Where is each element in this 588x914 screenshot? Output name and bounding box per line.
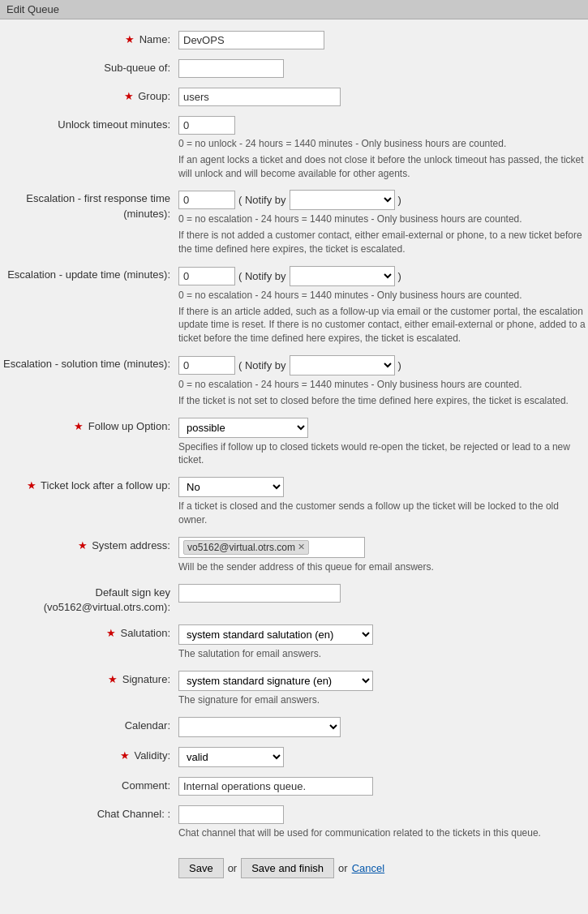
chatchannel-row: Chat Channel: : Chat channel that will b…	[0, 802, 588, 842]
sysaddress-row: ★ System address: vo5162@virtual.otrs.co…	[0, 534, 588, 576]
signature-label: ★ Signature:	[0, 669, 178, 687]
salutation-label: ★ Salutation:	[0, 623, 178, 641]
escalation-update-label: Escalation - update time (minutes):	[0, 264, 178, 282]
escalation-first-row: Escalation - first response time (minute…	[0, 187, 588, 257]
validity-select[interactable]: valid invalid	[178, 747, 284, 767]
group-label: ★ Group:	[0, 86, 178, 104]
unlock-label: Unlock timeout minutes:	[0, 114, 178, 132]
followup-label: ★ Follow up Option:	[0, 416, 178, 434]
validity-label: ★ Validity:	[0, 745, 178, 763]
subqueue-label: Sub-queue of:	[0, 58, 178, 75]
or2-text: or	[338, 862, 348, 874]
escalation-solution-field: ( Notify by ) 0 = no escalation - 24 hou…	[178, 354, 588, 408]
cancel-button[interactable]: Cancel	[352, 862, 384, 874]
escalation-solution-close: )	[398, 359, 401, 371]
escalation-first-close: )	[398, 194, 401, 206]
calendar-row: Calendar:	[0, 714, 588, 739]
followup-field: possible reject new ticket Specifies if …	[178, 416, 588, 468]
signkey-field	[178, 582, 588, 603]
calendar-label: Calendar:	[0, 715, 178, 733]
ticketlock-field: No Yes If a ticket is closed and the cus…	[178, 475, 588, 527]
ticketlock-required-star: ★	[27, 479, 36, 491]
escalation-first-hint1: 0 = no escalation - 24 hours = 1440 minu…	[178, 212, 588, 226]
escalation-solution-inputs: ( Notify by )	[178, 355, 588, 375]
signature-row: ★ Signature: system standard signature (…	[0, 667, 588, 709]
escalation-update-hint1: 0 = no escalation - 24 hours = 1440 minu…	[178, 289, 588, 303]
escalation-update-notify-label: ( Notify by	[238, 270, 286, 282]
name-field	[178, 29, 588, 49]
signkey-row: Default sign key (vo5162@virtual.otrs.co…	[0, 581, 588, 616]
group-field	[178, 86, 588, 106]
escalation-first-inputs: ( Notify by )	[178, 190, 588, 210]
escalation-solution-row: Escalation - solution time (minutes): ( …	[0, 352, 588, 410]
escalation-update-close: )	[398, 270, 401, 282]
group-row: ★ Group:	[0, 84, 588, 108]
salutation-field: system standard salutation (en) The salu…	[178, 623, 588, 661]
group-required-star: ★	[124, 90, 134, 102]
name-label: ★ Name:	[0, 29, 178, 47]
unlock-row: Unlock timeout minutes: 0 = no unlock - …	[0, 113, 588, 182]
sysaddress-value: vo5162@virtual.otrs.com	[187, 542, 295, 553]
followup-required-star: ★	[74, 420, 84, 432]
salutation-row: ★ Salutation: system standard salutation…	[0, 621, 588, 663]
followup-select[interactable]: possible reject new ticket	[178, 418, 308, 438]
escalation-first-notify-label: ( Notify by	[238, 194, 286, 206]
required-star: ★	[125, 33, 135, 45]
chatchannel-hint: Chat channel that will be used for commu…	[178, 826, 588, 840]
escalation-solution-notify-label: ( Notify by	[238, 359, 286, 371]
sysaddress-remove-icon[interactable]: ✕	[298, 542, 305, 552]
escalation-first-notify-select[interactable]	[290, 190, 395, 210]
escalation-solution-value-input[interactable]	[178, 356, 235, 375]
escalation-update-notify-select[interactable]	[290, 266, 395, 286]
sysaddress-tag: vo5162@virtual.otrs.com ✕	[183, 540, 309, 555]
signature-select[interactable]: system standard signature (en)	[178, 671, 373, 691]
escalation-solution-notify-select[interactable]	[290, 355, 395, 375]
name-input[interactable]	[178, 31, 324, 49]
ticketlock-label: ★ Ticket lock after a follow up:	[0, 475, 178, 493]
followup-row: ★ Follow up Option: possible reject new …	[0, 414, 588, 470]
subqueue-row: Sub-queue of:	[0, 56, 588, 79]
unlock-input[interactable]	[178, 116, 235, 135]
calendar-select[interactable]	[178, 717, 341, 737]
ticketlock-select[interactable]: No Yes	[178, 477, 284, 497]
salutation-select[interactable]: system standard salutation (en)	[178, 624, 373, 645]
escalation-solution-label: Escalation - solution time (minutes):	[0, 354, 178, 371]
unlock-hint1: 0 = no unlock - 24 hours = 1440 minutes …	[178, 137, 588, 151]
window-title: Edit Queue	[0, 0, 588, 19]
escalation-update-value-input[interactable]	[178, 267, 235, 285]
name-row: ★ Name:	[0, 28, 588, 51]
chatchannel-label: Chat Channel: :	[0, 804, 178, 822]
comment-label: Comment:	[0, 775, 178, 793]
escalation-first-field: ( Notify by ) 0 = no escalation - 24 hou…	[178, 188, 588, 255]
calendar-field	[178, 715, 588, 737]
signkey-input[interactable]	[178, 584, 341, 603]
subqueue-field	[178, 58, 588, 78]
comment-field	[178, 775, 588, 796]
unlock-field: 0 = no unlock - 24 hours = 1440 minutes …	[178, 114, 588, 180]
salutation-hint: The salutation for email answers.	[178, 647, 588, 661]
sysaddress-container[interactable]: vo5162@virtual.otrs.com ✕	[178, 537, 365, 558]
salutation-required-star: ★	[106, 627, 116, 639]
signature-hint: The signature for email answers.	[178, 693, 588, 707]
save-finish-button[interactable]: Save and finish	[241, 858, 334, 878]
signkey-label: Default sign key (vo5162@virtual.otrs.co…	[0, 582, 178, 615]
escalation-update-row: Escalation - update time (minutes): ( No…	[0, 263, 588, 347]
edit-queue-form: ★ Name: Sub-queue of: ★ Group: Unlock ti…	[0, 19, 588, 895]
escalation-solution-hint1: 0 = no escalation - 24 hours = 1440 minu…	[178, 378, 588, 392]
save-button[interactable]: Save	[178, 858, 224, 878]
escalation-first-value-input[interactable]	[178, 191, 235, 209]
ticketlock-hint: If a ticket is closed and the customer s…	[178, 500, 588, 527]
action-row: Save or Save and finish or Cancel	[0, 846, 588, 886]
unlock-hint2: If an agent locks a ticket and does not …	[178, 153, 588, 181]
followup-hint: Specifies if follow up to closed tickets…	[178, 440, 588, 468]
escalation-solution-hint2: If the ticket is not set to closed befor…	[178, 394, 588, 408]
escalation-update-field: ( Notify by ) 0 = no escalation - 24 hou…	[178, 264, 588, 345]
validity-required-star: ★	[120, 749, 130, 762]
sysaddress-required-star: ★	[78, 539, 88, 551]
chatchannel-input[interactable]	[178, 805, 284, 824]
comment-input[interactable]	[178, 777, 373, 796]
or1-text: or	[228, 862, 238, 874]
validity-field: valid invalid	[178, 745, 588, 767]
group-input[interactable]	[178, 88, 341, 106]
subqueue-input[interactable]	[178, 59, 284, 78]
